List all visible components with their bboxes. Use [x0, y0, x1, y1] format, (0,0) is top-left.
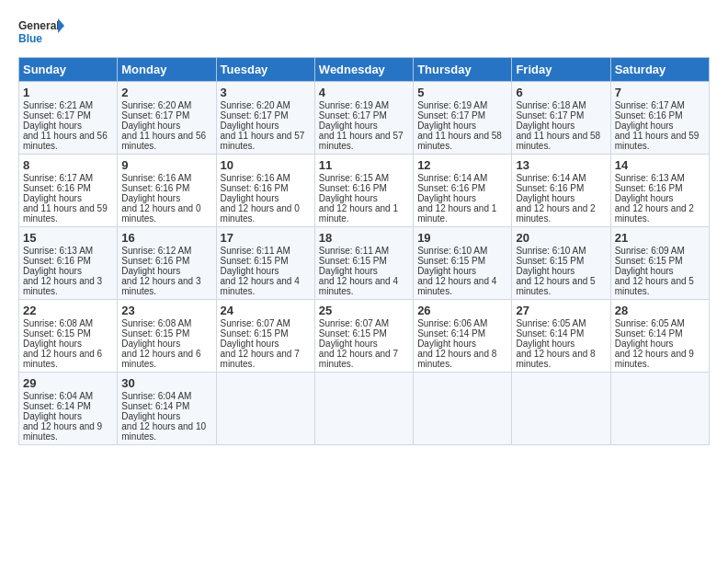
daylight-value: and 12 hours and 4 minutes.: [319, 276, 398, 296]
day-cell: 20 Sunrise: 6:10 AM Sunset: 6:15 PM Dayl…: [512, 227, 610, 300]
day-cell: 15 Sunrise: 6:13 AM Sunset: 6:16 PM Dayl…: [19, 227, 118, 300]
svg-text:Blue: Blue: [18, 32, 42, 45]
logo: General Blue: [18, 17, 64, 52]
daylight-value: and 11 hours and 59 minutes.: [615, 131, 700, 151]
sunrise-text: Sunrise: 6:16 AM: [121, 173, 191, 183]
daylight-value: and 12 hours and 7 minutes.: [221, 349, 300, 369]
daylight-label: Daylight hours: [615, 193, 674, 203]
page: General Blue SundayMondayTuesdayWednesda…: [0, 0, 728, 454]
day-cell: 10 Sunrise: 6:16 AM Sunset: 6:16 PM Dayl…: [216, 155, 314, 227]
sunset-text: Sunset: 6:17 PM: [417, 110, 485, 121]
sunrise-text: Sunrise: 6:12 AM: [121, 246, 191, 256]
week-row-5: 29 Sunrise: 6:04 AM Sunset: 6:14 PM Dayl…: [19, 373, 710, 445]
day-cell: 9 Sunrise: 6:16 AM Sunset: 6:16 PM Dayli…: [118, 155, 216, 227]
daylight-label: Daylight hours: [516, 193, 574, 203]
sunset-text: Sunset: 6:14 PM: [23, 401, 91, 411]
day-number: 18: [319, 231, 409, 245]
sunrise-text: Sunrise: 6:07 AM: [221, 318, 290, 328]
daylight-label: Daylight hours: [221, 121, 279, 131]
daylight-label: Daylight hours: [121, 339, 180, 349]
daylight-value: and 12 hours and 0 minutes.: [121, 203, 200, 224]
daylight-value: and 12 hours and 5 minutes.: [516, 276, 595, 296]
header-cell-wednesday: Wednesday: [314, 58, 413, 82]
sunset-text: Sunset: 6:16 PM: [615, 183, 683, 193]
header-cell-saturday: Saturday: [610, 58, 709, 82]
daylight-label: Daylight hours: [23, 121, 82, 131]
day-cell: 18 Sunrise: 6:11 AM Sunset: 6:15 PM Dayl…: [314, 227, 413, 300]
sunset-text: Sunset: 6:17 PM: [221, 110, 289, 121]
sunrise-text: Sunrise: 6:20 AM: [121, 100, 191, 110]
sunset-text: Sunset: 6:16 PM: [417, 183, 485, 193]
daylight-label: Daylight hours: [615, 121, 674, 131]
sunset-text: Sunset: 6:15 PM: [615, 256, 683, 266]
day-number: 27: [516, 304, 606, 317]
day-cell: [216, 373, 314, 445]
daylight-label: Daylight hours: [516, 339, 574, 349]
daylight-value: and 12 hours and 6 minutes.: [23, 349, 102, 369]
day-number: 17: [221, 231, 311, 245]
sunrise-text: Sunrise: 6:11 AM: [319, 246, 389, 256]
svg-text:General: General: [18, 19, 60, 32]
sunrise-text: Sunrise: 6:08 AM: [121, 318, 191, 328]
header-cell-thursday: Thursday: [414, 58, 512, 82]
day-number: 9: [121, 158, 211, 172]
sunrise-text: Sunrise: 6:04 AM: [121, 391, 191, 401]
sunrise-text: Sunrise: 6:05 AM: [516, 318, 586, 328]
sunrise-text: Sunrise: 6:06 AM: [417, 318, 487, 328]
calendar-table: SundayMondayTuesdayWednesdayThursdayFrid…: [18, 57, 710, 445]
day-number: 6: [516, 86, 606, 99]
daylight-value: and 12 hours and 8 minutes.: [417, 349, 496, 369]
daylight-label: Daylight hours: [615, 266, 674, 276]
day-cell: 26 Sunrise: 6:06 AM Sunset: 6:14 PM Dayl…: [414, 300, 512, 373]
day-number: 4: [319, 86, 409, 99]
daylight-value: and 12 hours and 1 minute.: [319, 203, 398, 224]
day-number: 20: [516, 231, 606, 245]
daylight-value: and 12 hours and 1 minute.: [417, 203, 496, 224]
daylight-label: Daylight hours: [23, 266, 82, 276]
daylight-label: Daylight hours: [516, 121, 574, 131]
daylight-label: Daylight hours: [615, 339, 674, 349]
header-row: SundayMondayTuesdayWednesdayThursdayFrid…: [19, 58, 710, 82]
daylight-label: Daylight hours: [121, 411, 180, 421]
day-number: 25: [319, 304, 409, 317]
day-number: 5: [417, 86, 507, 99]
daylight-value: and 12 hours and 4 minutes.: [417, 276, 496, 296]
daylight-label: Daylight hours: [417, 266, 476, 276]
sunrise-text: Sunrise: 6:09 AM: [615, 246, 685, 256]
logo-svg: General Blue: [18, 17, 64, 52]
sunset-text: Sunset: 6:15 PM: [23, 328, 91, 339]
day-cell: 7 Sunrise: 6:17 AM Sunset: 6:16 PM Dayli…: [610, 82, 709, 155]
daylight-label: Daylight hours: [121, 266, 180, 276]
day-cell: 3 Sunrise: 6:20 AM Sunset: 6:17 PM Dayli…: [216, 82, 314, 155]
daylight-value: and 12 hours and 7 minutes.: [319, 349, 398, 369]
daylight-value: and 12 hours and 2 minutes.: [615, 203, 694, 224]
sunrise-text: Sunrise: 6:17 AM: [615, 100, 685, 110]
day-number: 26: [417, 304, 507, 317]
sunset-text: Sunset: 6:15 PM: [319, 328, 387, 339]
sunrise-text: Sunrise: 6:11 AM: [221, 246, 290, 256]
day-cell: 11 Sunrise: 6:15 AM Sunset: 6:16 PM Dayl…: [314, 155, 413, 227]
sunrise-text: Sunrise: 6:13 AM: [23, 246, 93, 256]
sunset-text: Sunset: 6:16 PM: [516, 183, 584, 193]
daylight-value: and 12 hours and 10 minutes.: [121, 421, 206, 442]
header-cell-tuesday: Tuesday: [216, 58, 314, 82]
daylight-label: Daylight hours: [516, 266, 574, 276]
sunrise-text: Sunrise: 6:18 AM: [516, 100, 586, 110]
header: General Blue: [18, 17, 710, 52]
day-number: 14: [615, 158, 705, 172]
daylight-label: Daylight hours: [417, 339, 476, 349]
day-number: 29: [23, 376, 113, 390]
day-cell: 12 Sunrise: 6:14 AM Sunset: 6:16 PM Dayl…: [414, 155, 512, 227]
day-cell: 21 Sunrise: 6:09 AM Sunset: 6:15 PM Dayl…: [610, 227, 709, 300]
day-number: 7: [615, 86, 705, 99]
daylight-label: Daylight hours: [417, 193, 476, 203]
svg-marker-2: [58, 18, 64, 33]
day-cell: 19 Sunrise: 6:10 AM Sunset: 6:15 PM Dayl…: [414, 227, 512, 300]
daylight-value: and 12 hours and 9 minutes.: [615, 349, 694, 369]
header-cell-sunday: Sunday: [19, 58, 118, 82]
day-cell: 17 Sunrise: 6:11 AM Sunset: 6:15 PM Dayl…: [216, 227, 314, 300]
day-cell: 25 Sunrise: 6:07 AM Sunset: 6:15 PM Dayl…: [314, 300, 413, 373]
day-cell: 29 Sunrise: 6:04 AM Sunset: 6:14 PM Dayl…: [19, 373, 118, 445]
day-number: 11: [319, 158, 409, 172]
sunset-text: Sunset: 6:17 PM: [121, 110, 189, 121]
